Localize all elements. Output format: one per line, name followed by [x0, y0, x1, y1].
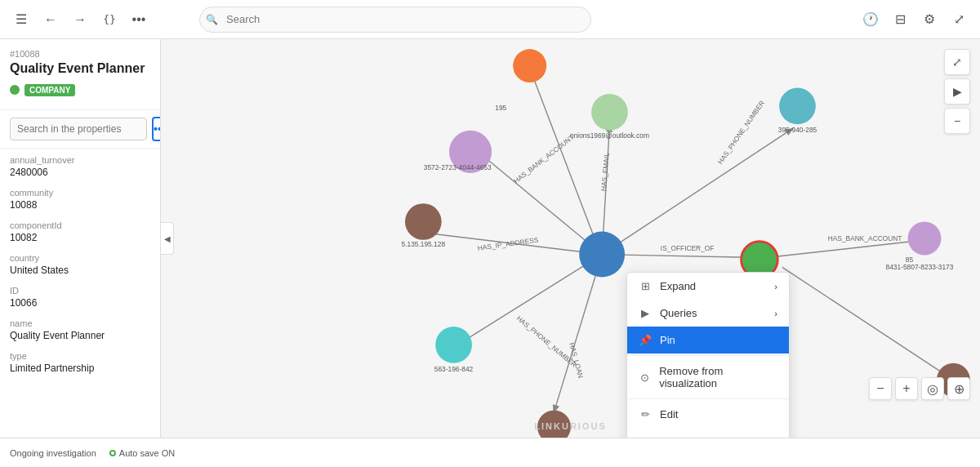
svg-text:195: 195: [495, 104, 506, 112]
graph-controls: ⤢ ▶ −: [944, 49, 970, 134]
prop-componentid: componentId 10082: [10, 220, 150, 243]
ctx-edit-label: Edit: [660, 408, 678, 420]
svg-point-29: [435, 327, 472, 363]
svg-point-32: [579, 232, 625, 278]
prop-label: country: [10, 253, 150, 263]
context-menu: ⊞ Expand › ▶ Queries › 📌 Pin ⊙ Remove fr…: [626, 272, 790, 438]
ctx-separator-2: [627, 398, 789, 399]
expand-icon: ⊞: [639, 280, 652, 292]
settings-icon[interactable]: ⚙: [918, 8, 941, 31]
ctx-expand[interactable]: ⊞ Expand ›: [627, 273, 789, 300]
ctx-remove[interactable]: ⊙ Remove from visualization: [627, 358, 789, 397]
top-toolbar: ☰ ← → {} ••• 🕐 ⊟ ⚙ ⤢: [0, 0, 980, 39]
search-input[interactable]: [199, 7, 591, 33]
ctx-edit[interactable]: ✏ Edit: [627, 401, 789, 428]
prop-label: name: [10, 318, 150, 328]
history-icon[interactable]: 🕐: [859, 8, 882, 31]
locate-button[interactable]: ◎: [921, 377, 944, 400]
prop-country: country United States: [10, 253, 150, 276]
svg-point-27: [405, 203, 442, 240]
sidebar-title: Quality Event Planner: [10, 60, 150, 78]
svg-text:onions1969@outlook.com: onions1969@outlook.com: [570, 131, 649, 140]
ctx-queries-label: Queries: [660, 307, 697, 319]
bottom-bar: Ongoing investigation Auto save ON: [0, 438, 980, 467]
svg-text:HAS_EMAIL: HAS_EMAIL: [599, 152, 611, 191]
svg-text:HAS_PHONE_NUMBER: HAS_PHONE_NUMBER: [716, 99, 766, 166]
svg-point-22: [779, 88, 816, 125]
queries-icon: ▶: [639, 307, 652, 319]
prop-id: ID 10066: [10, 286, 150, 309]
prop-type: type Limited Partnership: [10, 351, 150, 374]
minus-ctrl-button[interactable]: −: [944, 108, 970, 134]
sidebar-props: annual_turnover 2480006 community 10088 …: [0, 149, 160, 390]
graph-canvas[interactable]: ◀ HAS_BANK_ACCOUNT HAS_EMAIL HAS_PHONE_N…: [161, 39, 980, 438]
prop-value: 2480006: [10, 167, 150, 178]
zoom-in-button[interactable]: +: [895, 377, 918, 400]
svg-text:HAS_PHONE_NUMBER: HAS_PHONE_NUMBER: [515, 314, 578, 369]
prop-value: 10082: [10, 232, 150, 243]
toolbar-right: 🕐 ⊟ ⚙ ⤢: [859, 8, 970, 31]
queries-arrow: ›: [774, 309, 777, 318]
ctx-remove-label: Remove from visualization: [659, 365, 777, 389]
svg-line-14: [768, 241, 919, 257]
svg-line-4: [602, 129, 792, 255]
ctx-delete[interactable]: 🗑 Delete 1 node from database: [627, 428, 789, 438]
ctx-expand-label: Expand: [660, 280, 696, 292]
svg-point-19: [513, 49, 546, 82]
svg-text:395-940-285: 395-940-285: [778, 126, 817, 134]
prop-name: name Quality Event Planner: [10, 318, 150, 341]
prop-community: community 10088: [10, 188, 150, 211]
linkurious-watermark: LINKURIOUS: [534, 421, 606, 431]
prop-label: ID: [10, 286, 150, 296]
remove-icon: ⊙: [639, 371, 651, 384]
prop-label: type: [10, 351, 150, 361]
svg-text:HAS_IP_ADDRESS: HAS_IP_ADDRESS: [477, 235, 539, 251]
prop-value: Quality Event Planner: [10, 330, 150, 341]
svg-text:5.135.195.128: 5.135.195.128: [402, 240, 446, 248]
auto-save-label: Auto save ON: [119, 448, 175, 458]
sidebar-collapse-button[interactable]: ◀: [161, 222, 174, 255]
auto-save-dot: [109, 450, 116, 456]
prop-value: Limited Partnership: [10, 362, 150, 374]
edit-icon: ✏: [639, 408, 652, 420]
svg-line-17: [782, 267, 950, 377]
back-icon[interactable]: ←: [39, 8, 62, 31]
more-toolbar-icon[interactable]: •••: [127, 8, 150, 31]
auto-save-indicator: Auto save ON: [109, 448, 175, 458]
menu-icon[interactable]: ☰: [10, 8, 33, 31]
svg-line-10: [554, 255, 602, 412]
svg-text:IS_OFFICER_OF: IS_OFFICER_OF: [661, 244, 715, 252]
globe-button[interactable]: ⊕: [947, 377, 970, 400]
svg-text:8431-5807-8233-3173: 8431-5807-8233-3173: [886, 263, 954, 271]
zoom-out-button[interactable]: −: [869, 377, 892, 400]
sidebar-toolbar: •••: [0, 110, 160, 149]
prop-value: United States: [10, 265, 150, 276]
svg-text:563-196-842: 563-196-842: [434, 365, 474, 373]
svg-point-20: [591, 94, 628, 131]
ctx-pin[interactable]: 📌 Pin: [627, 327, 789, 354]
svg-point-35: [908, 222, 942, 256]
sidebar-header: #10088 Quality Event Planner COMPANY: [0, 39, 160, 110]
prop-annual-turnover: annual_turnover 2480006: [10, 155, 150, 178]
more-props-button[interactable]: •••: [152, 117, 161, 141]
expand-icon[interactable]: ⤢: [947, 8, 970, 31]
svg-text:3572-2723-4044-4653: 3572-2723-4044-4653: [424, 163, 492, 171]
search-wrap: [199, 7, 591, 33]
search-bar-wrap: [199, 7, 761, 33]
bracket-icon[interactable]: {}: [98, 8, 121, 31]
props-search-input[interactable]: [10, 118, 147, 140]
sidebar-status: COMPANY: [10, 84, 150, 96]
sidebar-id: #10088: [10, 49, 150, 59]
svg-text:HAS_BANK_ACCOUNT: HAS_BANK_ACCOUNT: [828, 234, 902, 242]
prop-label: annual_turnover: [10, 155, 150, 165]
ctx-delete-label: Delete 1 node from database: [658, 435, 777, 438]
fit-graph-button[interactable]: ⤢: [944, 49, 970, 75]
expand-arrow: ›: [774, 282, 777, 291]
filter-icon[interactable]: ⊟: [889, 8, 911, 31]
ctx-queries[interactable]: ▶ Queries ›: [627, 300, 789, 327]
forward-icon[interactable]: →: [69, 8, 91, 31]
prop-value: 10066: [10, 297, 150, 309]
company-badge: COMPANY: [24, 84, 75, 96]
play-button[interactable]: ▶: [944, 78, 970, 105]
prop-label: componentId: [10, 220, 150, 230]
